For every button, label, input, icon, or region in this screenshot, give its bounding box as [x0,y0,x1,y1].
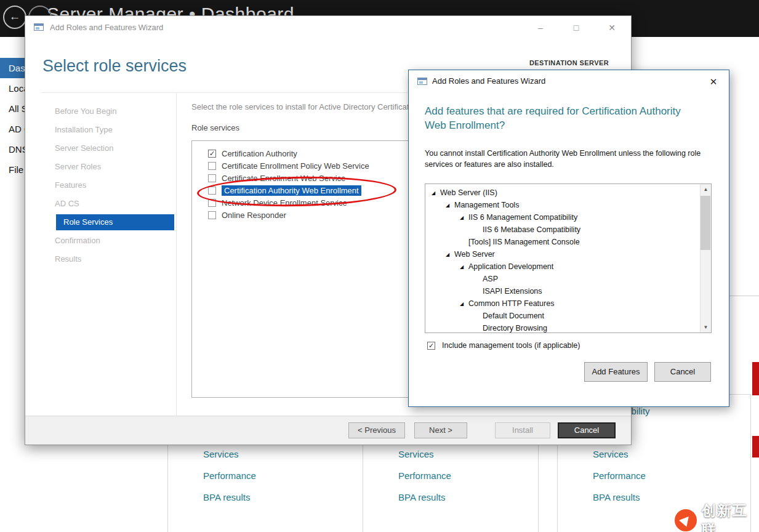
tree-item[interactable]: [Tools] IIS Management Console [425,236,700,248]
tree-item-label: ISAPI Extensions [483,287,542,296]
expanded-icon[interactable]: ◢ [446,203,454,208]
expanded-icon[interactable]: ◢ [460,215,468,220]
role-service-row[interactable]: Certificate Enrollment Policy Web Servic… [208,159,369,172]
minimize-button[interactable]: – [531,21,550,34]
checkbox-checked[interactable]: ✓ [208,150,216,158]
tree-item-label: Default Document [483,312,544,320]
tree-item[interactable]: ASP [425,273,700,285]
previous-button[interactable]: < Previous [348,422,405,438]
tile-link-bpa-results[interactable]: BPA results [363,491,538,512]
role-service-row[interactable]: Online Responder [208,209,286,221]
window-title: Add Roles and Features Wizard [50,23,163,32]
next-button[interactable]: Next > [414,422,467,438]
checkbox-checked[interactable]: ✓ [427,342,435,350]
install-button[interactable]: Install [495,422,550,438]
tree-item[interactable]: ◢IIS 6 Management Compatibility [425,211,700,224]
tile-link-performance[interactable]: Performance [363,469,538,491]
dialog-heading: Add features that are required for Certi… [425,105,686,133]
tile-link-services[interactable]: Services [363,448,538,469]
wizard-nav-installation-type[interactable]: Installation Type [55,122,113,138]
watermark: 创新互联 [675,501,759,532]
add-features-button[interactable]: Add Features [584,362,648,382]
role-service-label: Online Responder [222,211,286,220]
wizard-nav-confirmation[interactable]: Confirmation [55,233,100,249]
tree-item[interactable]: IIS 6 Metabase Compatibility [425,224,700,236]
wizard-footer: < Previous Next > Install Cancel [25,416,631,445]
tree-item[interactable]: ISAPI Extensions [425,285,700,297]
dialog-body-text: You cannot install Certification Authori… [425,148,709,170]
add-features-dialog: Add Roles and Features Wizard ✕ Add feat… [408,70,729,407]
include-tools-label: Include management tools (if applicable) [442,341,580,350]
checkbox-unchecked[interactable] [208,174,216,182]
required-features-tree: ◢Web Server (IIS) ◢Management Tools ◢IIS… [425,183,712,333]
dialog-title: Add Roles and Features Wizard [432,76,545,86]
wizard-nav-features[interactable]: Features [55,177,86,193]
checkmark-icon: ✓ [428,342,435,349]
checkbox-unchecked[interactable] [208,211,216,219]
tree-item-label: Web Server (IIS) [440,188,497,197]
back-arrow-icon: ← [9,10,21,23]
rocket-logo-icon [675,509,697,531]
alert-red-bar [752,436,759,457]
tree-item[interactable]: ◢Management Tools [425,199,700,211]
tree-item-label: Web Server [454,250,495,259]
wizard-nav-results[interactable]: Results [55,251,81,267]
destination-server-label: DESTINATION SERVER [529,59,609,66]
wizard-icon [34,22,44,32]
tree-item[interactable]: Directory Browsing [425,322,700,334]
close-icon[interactable]: ✕ [707,75,720,89]
scrollbar[interactable]: ▲ ▼ [700,184,711,332]
tree-item-label: ASP [483,275,498,283]
tree-item-label: Directory Browsing [483,324,547,332]
wizard-nav-server-selection[interactable]: Server Selection [55,140,113,156]
role-service-row[interactable]: ✓ Certification Authority [208,147,297,159]
tree-item-label: Application Development [468,262,553,271]
back-button[interactable]: ← [3,6,26,29]
alert-red-bar [752,362,759,395]
checkmark-icon: ✓ [209,150,215,157]
watermark-text: 创新互联 [702,501,759,532]
tree-item-label: IIS 6 Metabase Compatibility [483,225,580,234]
wizard-nav-server-roles[interactable]: Server Roles [55,159,101,175]
tile-link-performance[interactable]: Performance [168,469,363,491]
tree-item-label: Common HTTP Features [468,299,554,308]
scroll-up-icon[interactable]: ▲ [701,184,711,195]
scrollbar-thumb[interactable] [701,196,710,250]
expanded-icon[interactable]: ◢ [432,190,440,196]
tree-item-label: Management Tools [454,201,519,209]
tree-item-label: [Tools] IIS Management Console [468,238,580,246]
tree-item[interactable]: Default Document [425,310,700,322]
tile-link-bpa-results[interactable]: BPA results [168,491,363,512]
wizard-icon [417,76,427,86]
include-management-tools-row[interactable]: ✓ Include management tools (if applicabl… [427,341,580,350]
expanded-icon[interactable]: ◢ [460,301,468,307]
wizard-nav-ad-cs[interactable]: AD CS [55,196,79,212]
tree-item[interactable]: ◢Web Server [425,248,700,260]
dialog-cancel-button[interactable]: Cancel [654,362,711,382]
role-services-list-label: Role services [191,123,239,132]
role-service-label: Certificate Enrollment Policy Web Servic… [222,161,369,171]
scroll-down-icon[interactable]: ▼ [701,322,711,332]
maximize-button[interactable]: □ [567,21,585,34]
nav-content-divider [176,93,177,416]
tile-link-services[interactable]: Services [558,448,750,469]
close-button[interactable]: ✕ [603,21,621,34]
tile-link-performance[interactable]: Performance [558,469,750,491]
expanded-icon[interactable]: ◢ [446,252,454,257]
wizard-nav-role-services[interactable]: Role Services [56,214,174,230]
checkbox-unchecked[interactable] [208,162,216,170]
tree-item[interactable]: ◢Web Server (IIS) [425,187,700,199]
tree-item[interactable]: ◢Common HTTP Features [425,297,700,310]
expanded-icon[interactable]: ◢ [460,264,468,270]
tree-item-label: IIS 6 Management Compatibility [468,213,577,222]
wizard-nav-before-you-begin[interactable]: Before You Begin [55,103,116,119]
tile-link-services[interactable]: Services [168,448,363,469]
page-title: Select role services [42,57,187,76]
tree-item[interactable]: ◢Application Development [425,260,700,273]
cancel-button[interactable]: Cancel [558,422,616,438]
role-service-label: Certification Authority [222,149,297,158]
